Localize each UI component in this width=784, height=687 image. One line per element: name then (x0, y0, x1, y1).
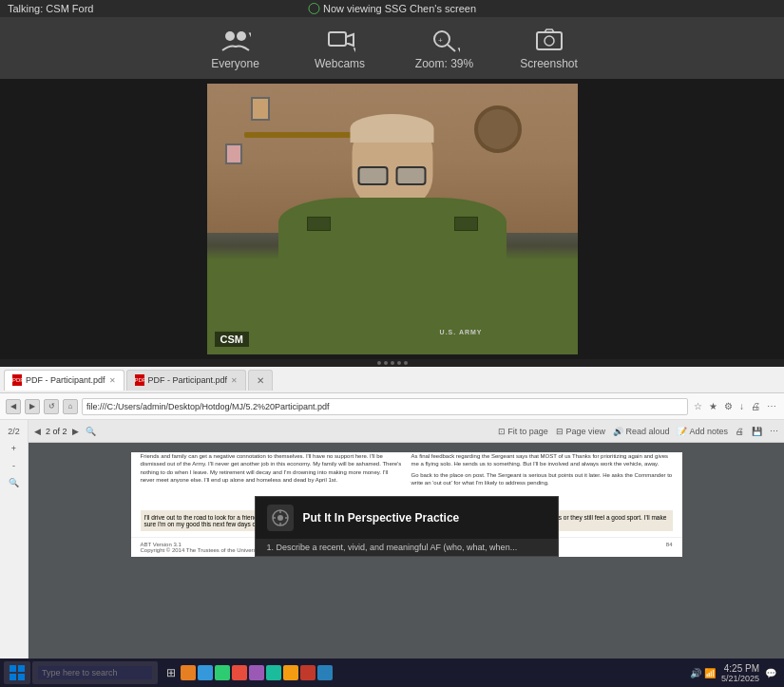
main-video: U.S. ARMY CSM (207, 84, 578, 354)
now-viewing-label: Now viewing SSG Chen's screen (308, 3, 476, 14)
svg-point-12 (277, 515, 283, 521)
pdf-main: ◀ 2 of 2 ▶ 🔍 ⊡ Fit to page ⊟ Page view 🔊… (29, 420, 784, 687)
print-pdf-btn[interactable]: 🖨 (734, 427, 746, 436)
top-bar: Talking: CSM Ford Now viewing SSG Chen's… (0, 0, 784, 17)
app9-icon[interactable] (317, 665, 333, 680)
taskbar-right: 🔊 📶 4:25 PM 5/21/2025 💬 (690, 663, 780, 683)
app8-icon[interactable] (300, 665, 316, 680)
app4-icon[interactable] (232, 665, 247, 680)
fit-page-btn[interactable]: ⊡ Fit to page (496, 427, 550, 436)
prev-page-btn[interactable]: ◀ (32, 427, 43, 436)
pdf-toolbar-right: ☆ ★ ⚙ ↓ 🖨 ⋯ (692, 401, 778, 411)
svg-rect-17 (10, 665, 16, 672)
slide-card: Put It In Perspective Practice 1. Descri… (255, 496, 559, 557)
star2-icon[interactable]: ★ (707, 401, 719, 411)
print-icon[interactable]: 🖨 (749, 401, 762, 411)
webcams-icon: ▼ (325, 27, 355, 53)
bottom-panel: Put It In Perspective Practice 1. Descri… (255, 496, 559, 557)
pdf-toolbar: ◀ ▶ ↺ ⌂ ☆ ★ ⚙ ↓ 🖨 ⋯ (0, 393, 784, 420)
everyone-icon: ▼ (220, 27, 251, 53)
add-notes-btn[interactable]: 📝 Add notes (675, 427, 730, 436)
page-view-btn[interactable]: ⊟ Page view (554, 427, 607, 436)
screenshot-button[interactable]: Screenshot (516, 27, 583, 70)
pdf-search-btn[interactable]: 🔍 (84, 427, 98, 436)
taskview-icon[interactable]: ⊞ (163, 665, 179, 680)
forward-button[interactable]: ▶ (25, 399, 40, 414)
app6-icon[interactable] (266, 665, 281, 680)
page-num-display: 2/2 (7, 424, 22, 439)
globe-icon (308, 3, 319, 14)
pdf-right-tools: ⊡ Fit to page ⊟ Page view 🔊 Read aloud 📝… (496, 427, 780, 436)
pdf-page-content: Friends and family can get a negative co… (131, 452, 682, 557)
next-page-btn[interactable]: ▶ (70, 427, 81, 436)
notification-icon[interactable]: 💬 (765, 668, 776, 678)
search-button[interactable] (32, 661, 158, 684)
pdf-footer-page: 84 (666, 542, 673, 553)
home-button[interactable]: ⌂ (63, 399, 78, 414)
slide-title: Put It In Perspective Practice (303, 511, 460, 525)
star-icon[interactable]: ☆ (692, 401, 704, 411)
svg-text:+: + (438, 36, 443, 45)
pdf-icon-2: PDF (135, 374, 144, 386)
pdf-icon-1: PDF (12, 374, 22, 386)
pdf-two-col: Friends and family can get a negative co… (131, 452, 682, 490)
zoom-in-btn[interactable]: + (7, 441, 22, 456)
svg-point-1 (237, 31, 246, 41)
webcams-button[interactable]: ▼ Webcams (307, 27, 373, 70)
everyone-label: Everyone (211, 57, 259, 70)
read-aloud-btn[interactable]: 🔊 Read aloud (611, 427, 672, 436)
refresh-button[interactable]: ↺ (44, 399, 59, 414)
toolbar: ▼ Everyone ▼ Webcams + ▼ Zoom: 39% (0, 17, 784, 79)
tool-icon[interactable]: ⚙ (722, 401, 735, 411)
uniform: U.S. ARMY (278, 198, 507, 354)
talking-label: Talking: CSM Ford (8, 3, 93, 14)
drag-handle[interactable] (0, 359, 784, 367)
pdf-page: Friends and family can get a negative co… (29, 443, 784, 687)
app1-icon[interactable] (181, 665, 196, 680)
zoom-label: Zoom: 39% (415, 57, 473, 70)
glasses (358, 166, 427, 183)
pdf-area: PDF PDF - Participant.pdf ✕ PDF PDF - Pa… (0, 367, 784, 687)
pdf-col-right: As final feedback regarding the Sergeant… (411, 452, 673, 490)
save-pdf-btn[interactable]: 💾 (750, 427, 764, 436)
svg-rect-9 (537, 32, 562, 49)
video-background: U.S. ARMY CSM (207, 84, 578, 354)
search-input[interactable] (38, 666, 152, 679)
download-icon[interactable]: ↓ (737, 401, 746, 411)
tab-2[interactable]: PDF PDF - Participant.pdf ✕ (126, 370, 247, 391)
tab-3[interactable]: ✕ (248, 370, 273, 391)
person-shape: U.S. ARMY (259, 107, 526, 354)
browser-chrome: PDF PDF - Participant.pdf ✕ PDF PDF - Pa… (0, 367, 784, 393)
webcams-label: Webcams (315, 57, 365, 70)
tab-close-2[interactable]: ✕ (231, 376, 238, 385)
zoom-icon: + ▼ (430, 27, 460, 53)
pdf-nav-bar: ◀ 2 of 2 ▶ 🔍 ⊡ Fit to page ⊟ Page view 🔊… (29, 420, 784, 443)
search-pdf-btn[interactable]: 🔍 (7, 475, 22, 490)
more-icon[interactable]: ⋯ (765, 401, 778, 411)
app2-icon[interactable] (198, 665, 213, 680)
drag-dots (377, 361, 408, 365)
video-area: U.S. ARMY CSM (0, 79, 784, 359)
more-pdf-btn[interactable]: ⋯ (768, 427, 780, 436)
screenshot-icon (534, 27, 564, 53)
zoom-out-btn[interactable]: - (7, 458, 22, 473)
everyone-button[interactable]: ▼ Everyone (202, 27, 269, 70)
name-tag: CSM (215, 332, 249, 347)
windows-icon (10, 665, 25, 680)
app3-icon[interactable] (215, 665, 230, 680)
pdf-content: 2/2 + - 🔍 ◀ 2 of 2 ▶ 🔍 ⊡ Fit to page ⊟ P… (0, 420, 784, 687)
svg-rect-19 (10, 674, 16, 680)
app7-icon[interactable] (283, 665, 298, 680)
slide-subtitle: 1. Describe a recent, vivid, and meaning… (256, 539, 558, 556)
taskbar: ⊞ 🔊 📶 4:25 PM 5/21/2025 💬 (0, 658, 784, 687)
zoom-button[interactable]: + ▼ Zoom: 39% (411, 27, 478, 70)
back-button[interactable]: ◀ (6, 399, 21, 414)
taskbar-apps: ⊞ (163, 665, 333, 680)
url-bar[interactable] (82, 398, 688, 415)
app5-icon[interactable] (249, 665, 264, 680)
time-display: 4:25 PM 5/21/2025 (721, 663, 759, 683)
tab-close-1[interactable]: ✕ (109, 376, 116, 385)
tab-1[interactable]: PDF PDF - Participant.pdf ✕ (4, 370, 124, 391)
start-button[interactable] (4, 661, 30, 684)
svg-rect-18 (18, 665, 25, 672)
